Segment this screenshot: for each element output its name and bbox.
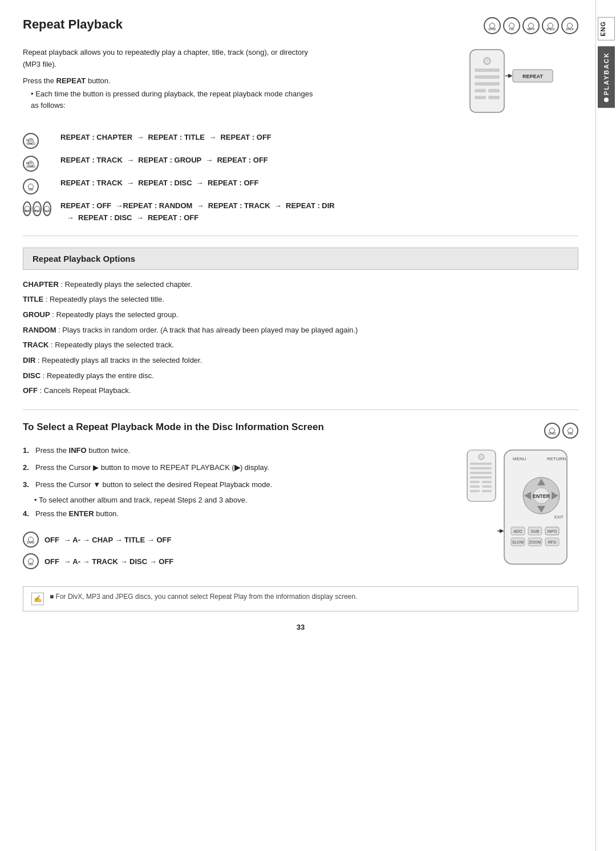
- svg-text:INFO: INFO: [548, 529, 557, 533]
- options-box-title: Repeat Playback Options: [33, 254, 569, 264]
- svg-rect-17: [470, 472, 492, 474]
- svg-text:SUB: SUB: [531, 529, 540, 533]
- dvd-icon: DVD: [484, 17, 501, 34]
- svg-rect-19: [470, 481, 480, 483]
- svg-text:EXIT: EXIT: [554, 515, 564, 519]
- repeat-row-dvd-video: DVDVIDEO REPEAT : CHAPTER → REPEAT : TIT…: [23, 132, 578, 149]
- svg-rect-20: [482, 481, 492, 483]
- steps-section: 1. Press the INFO button twice. 2. Press…: [23, 444, 578, 575]
- cd-icon: CD: [503, 17, 520, 34]
- repeat-dvd-video-text: REPEAT : CHAPTER → REPEAT : TITLE → REPE…: [60, 132, 271, 144]
- divx-icon: DivX: [561, 17, 578, 34]
- step-4: 4. Press the ENTER button.: [23, 508, 453, 520]
- option-title: TITLE : Repeatedly plays the selected ti…: [23, 293, 578, 307]
- mp3-icon: MP3: [522, 17, 540, 34]
- svg-rect-15: [470, 463, 492, 465]
- step-3: 3. Press the Cursor ▼ button to select t…: [23, 479, 453, 491]
- step-1: 1. Press the INFO button twice.: [23, 444, 453, 457]
- note-icon: ✍: [31, 593, 44, 605]
- seq-row-cd: CD OFF → A- → TRACK → DISC → OFF: [23, 553, 453, 569]
- to-select-header: To Select a Repeat Playback Mode in the …: [23, 422, 578, 439]
- repeat-dvd-audio-text: REPEAT : TRACK → REPEAT : GROUP → REPEAT…: [60, 155, 268, 167]
- svg-text:MENU: MENU: [513, 456, 526, 461]
- disc-icons-top: DVD CD MP3 JPEG DivX: [484, 17, 578, 34]
- repeat-row-cd: CD REPEAT : TRACK → REPEAT : DISC → REPE…: [23, 177, 578, 194]
- svg-rect-2: [475, 68, 500, 72]
- mp3-repeat-icon: MP3: [23, 201, 31, 216]
- option-track: TRACK : Repeatedly plays the selected tr…: [23, 338, 578, 352]
- note-box: ✍ ■ For DivX, MP3 and JPEG discs, you ca…: [23, 586, 578, 611]
- svg-text:SLOW: SLOW: [512, 540, 524, 544]
- seq-cd-text: OFF → A- → TRACK → DISC → OFF: [44, 557, 173, 566]
- svg-text:ZOOM: ZOOM: [529, 540, 541, 544]
- repeat-modes-section: DVDVIDEO REPEAT : CHAPTER → REPEAT : TIT…: [23, 132, 578, 224]
- option-group: GROUP : Repeatedly plays the selected gr…: [23, 308, 578, 322]
- svg-rect-18: [470, 476, 492, 479]
- remote-svg: REPEAT: [464, 47, 561, 121]
- remote-select-svg: MENU RETURN ENTER ADO SUB: [464, 444, 578, 570]
- option-random: RANDOM : Plays tracks in random order. (…: [23, 323, 578, 338]
- intro-text: Repeat playback allows you to repeatedly…: [23, 47, 319, 71]
- svg-rect-16: [470, 467, 492, 469]
- option-disc: DISC : Repeatedly plays the entire disc.: [23, 369, 578, 383]
- note-text: ■ For DivX, MP3 and JPEG discs, you cann…: [50, 593, 357, 601]
- svg-text:REPEAT: REPEAT: [522, 74, 543, 79]
- options-list: CHAPTER : Repeatedly plays the selected …: [23, 278, 578, 399]
- cd-select-icon: CD: [562, 423, 578, 439]
- step-3-bullet: To select another album and track, repea…: [34, 496, 453, 504]
- section-title: Repeat Playback: [23, 17, 123, 41]
- repeat-button-label: REPEAT: [56, 76, 86, 85]
- page-number: 33: [23, 623, 578, 631]
- dvd-audio-icon: DVDAUDIO: [23, 156, 39, 172]
- svg-point-14: [479, 454, 484, 460]
- dvd-select-icon: DVD: [544, 423, 560, 439]
- svg-rect-3: [475, 75, 500, 79]
- options-box: Repeat Playback Options: [23, 248, 578, 270]
- option-chapter: CHAPTER : Repeatedly plays the selected …: [23, 278, 578, 292]
- repeat-row-mp3-jpeg-divx: MP3 JPEG DivX REPEAT : OFF →REPEAT : RAN…: [23, 200, 578, 224]
- option-dir: DIR : Repeatedly plays all tracks in the…: [23, 354, 578, 368]
- seq-cd-icon: CD: [23, 553, 39, 569]
- repeat-row-dvd-audio: DVDAUDIO REPEAT : TRACK → REPEAT : GROUP…: [23, 155, 578, 172]
- svg-rect-4: [475, 82, 500, 86]
- svg-rect-7: [475, 96, 486, 99]
- svg-rect-21: [470, 485, 480, 488]
- svg-rect-24: [482, 490, 492, 492]
- bullet-text: • Each time the button is pressed during…: [23, 88, 319, 112]
- press-repeat-text: Press the REPEAT button.: [23, 76, 453, 85]
- svg-point-1: [484, 58, 491, 64]
- sequence-section: DVD OFF → A- → CHAP → TITLE → OFF CD OFF…: [23, 532, 453, 569]
- sidebar-lang-label: ENG: [598, 17, 615, 40]
- dvd-video-icon: DVDVIDEO: [23, 133, 39, 149]
- steps-list: 1. Press the INFO button twice. 2. Press…: [23, 444, 453, 575]
- svg-text:ENTER: ENTER: [533, 493, 550, 499]
- sidebar-section-label: PLAYBACK: [598, 46, 615, 108]
- svg-rect-22: [482, 485, 492, 488]
- cd-repeat-icon: CD: [23, 179, 39, 194]
- remote-illustration: REPEAT: [464, 47, 578, 123]
- repeat-mp3-text: REPEAT : OFF →REPEAT : RANDOM → REPEAT :…: [60, 200, 335, 224]
- repeat-cd-text: REPEAT : TRACK → REPEAT : DISC → REPEAT …: [60, 177, 258, 189]
- divx-repeat-icon: DivX: [43, 201, 51, 216]
- jpeg-repeat-icon: JPEG: [33, 201, 41, 216]
- svg-text:ADO: ADO: [513, 529, 522, 533]
- seq-dvd-text: OFF → A- → CHAP → TITLE → OFF: [44, 536, 171, 544]
- step-2: 2. Press the Cursor ▶ button to move to …: [23, 461, 453, 474]
- svg-rect-6: [488, 89, 500, 92]
- svg-text:RFD: RFD: [548, 540, 556, 544]
- seq-row-dvd: DVD OFF → A- → CHAP → TITLE → OFF: [23, 532, 453, 548]
- jpeg-icon: JPEG: [542, 17, 559, 34]
- svg-text:RETURN: RETURN: [547, 456, 566, 461]
- svg-rect-8: [488, 96, 500, 99]
- option-off: OFF : Cancels Repeat Playback.: [23, 384, 578, 398]
- sidebar-dot: [604, 98, 609, 102]
- seq-dvd-icon: DVD: [23, 532, 39, 548]
- to-select-title: To Select a Repeat Playback Mode in the …: [23, 422, 324, 433]
- right-sidebar: ENG PLAYBACK: [595, 0, 616, 851]
- svg-rect-23: [470, 490, 480, 492]
- remote-select-illustration: MENU RETURN ENTER ADO SUB: [464, 444, 578, 575]
- svg-rect-5: [475, 89, 486, 92]
